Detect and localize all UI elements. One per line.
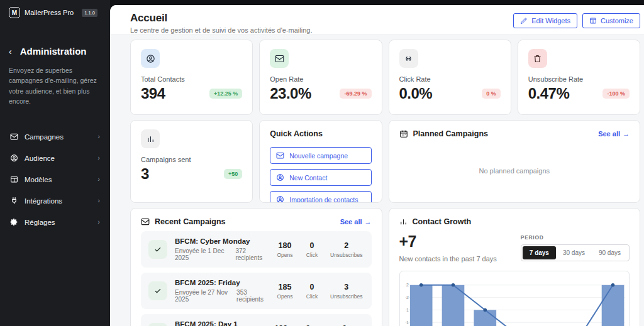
import-contacts-label: Importation de contacts [289,196,358,204]
sidebar-item-audience[interactable]: Audience › [9,149,101,167]
bar-chart-icon [141,129,160,148]
period-label: PERIOD [521,234,630,241]
stat-card-open-rate: Open Rate 23.0% -69.29 % [259,40,382,115]
unsubscribes-value: 2 [330,241,363,250]
sidebar-item-reglages[interactable]: Réglages › [9,213,101,231]
growth-subtitle: New contacts in the past 7 days [399,255,521,263]
chevron-right-icon: › [97,133,100,140]
period-selector-block: PERIOD 7 days 30 days 90 days [521,232,630,261]
stat-label: Open Rate [270,75,371,83]
stat-value: 23.0% [270,85,311,102]
recent-see-all-link[interactable]: See all → [340,218,372,225]
layout-icon [589,17,597,24]
sidebar-header: ‹ Administration [9,37,101,64]
sidebar-item-label: Modèles [25,176,52,183]
new-campaign-label: Nouvelle campagne [289,152,348,160]
sidebar-item-label: Réglages [25,219,55,226]
sidebar-description: Envoyez de superbes campagnes d'e-mailin… [9,64,101,120]
stat-value: 0.0% [399,85,433,102]
clicks-label: Click [303,252,321,258]
campaign-row[interactable]: BFCM 2025: Day 1 Envoyée le 25 Nov 2025 … [141,314,372,326]
period-segmented-control: 7 days 30 days 90 days [521,244,630,261]
stat-card-total-contacts: Total Contacts 394 +12.25 % [130,40,253,115]
trend-badge: +50 [224,169,242,179]
recent-campaigns-card: Recent Campaigns See all → BFCM: Cyber M… [130,208,382,326]
sidebar-item-label: Intégrations [25,197,62,205]
svg-text:2: 2 [406,283,409,287]
new-campaign-button[interactable]: Nouvelle campagne [270,147,371,164]
envelope-icon [141,217,150,226]
layout-icon [10,175,18,183]
edit-widgets-button[interactable]: Edit Widgets [513,13,577,28]
sidebar-title: Administration [20,46,87,57]
user-circle-icon [10,154,18,162]
stat-label: Total Contacts [141,75,242,83]
check-icon [148,323,167,326]
svg-text:2: 2 [406,295,409,300]
planned-see-all-link[interactable]: See all → [598,130,630,138]
pencil-icon [520,17,528,24]
unsubscribes-value: 3 [330,283,363,291]
campaign-name: BFCM 2025: Friday [175,279,269,286]
clicks-value: 0 [303,283,321,291]
chevron-right-icon: › [97,219,100,225]
period-90-days[interactable]: 90 days [592,246,628,259]
planned-campaigns-card: Planned Campaigns See all → No planned c… [389,120,641,203]
arrow-right-icon: → [365,218,372,225]
planned-campaigns-title: Planned Campaigns [413,129,488,138]
admin-sidebar: M MailerPress Pro 1.1.0 ‹ Administration… [0,0,110,326]
chevron-left-icon[interactable]: ‹ [9,47,12,56]
campaign-recipients: 372 recipients [235,247,269,261]
link-icon [399,49,418,68]
main-panel: Accueil Le centre de gestion et de suivi… [110,5,644,326]
quick-actions-title: Quick Actions [270,129,371,138]
trend-badge: -69.29 % [340,89,371,99]
edit-widgets-label: Edit Widgets [531,17,570,24]
opens-label: Opens [276,293,294,300]
stat-label: Unsubscribe Rate [528,75,630,83]
period-30-days[interactable]: 30 days [556,246,592,259]
page-subtitle: Le centre de gestion et de suivi de vos … [130,26,513,34]
trend-badge: -100 % [602,89,630,99]
contact-growth-title: Contact Growth [413,217,472,226]
see-all-label: See all [598,130,620,138]
chevron-right-icon: › [97,176,100,183]
sidebar-item-modeles[interactable]: Modèles › [9,170,101,188]
sidebar-item-label: Campagnes [25,133,64,141]
planned-empty-text: No planned campaigns [479,167,550,175]
stat-card-campaigns-sent: Campaigns sent 3 +50 [130,120,253,203]
new-contact-label: New Contact [289,174,327,182]
opens-value: 185 [276,283,294,291]
gear-icon [10,218,18,226]
clicks-value: 0 [299,324,317,326]
check-icon [148,240,167,259]
import-contacts-button[interactable]: Importation de contacts [270,191,371,203]
campaign-recipients: 353 recipients [236,289,269,303]
campaign-row[interactable]: BFCM 2025: Friday Envoyée le 27 Nov 2025… [141,273,372,309]
version-badge: 1.1.0 [82,9,97,17]
unsubscribes-value: 0 [326,324,363,326]
recent-campaigns-title: Recent Campaigns [155,217,226,226]
growth-chart-container: 2211 [399,271,630,326]
clicks-value: 0 [303,241,321,250]
chevron-right-icon: › [97,197,100,204]
dashboard-content: Total Contacts 394 +12.25 % Open Rate 23… [110,35,644,326]
user-import-icon [276,195,284,203]
growth-value: +7 [399,232,521,251]
unsubscribes-label: Unsubscribes [330,293,363,300]
calendar-icon [399,129,408,138]
svg-text:1: 1 [406,308,409,312]
contact-growth-chart: 2211 [400,273,630,326]
stat-label: Click Rate [399,75,501,83]
logo-row: M MailerPress Pro 1.1.0 [9,6,101,37]
trash-icon [528,49,547,68]
customize-button[interactable]: Customize [582,13,640,28]
sidebar-item-integrations[interactable]: Intégrations › [9,192,101,210]
sidebar-item-campagnes[interactable]: Campagnes › [9,128,101,146]
new-contact-button[interactable]: New Contact [270,169,371,186]
clicks-label: Click [303,293,321,300]
period-7-days[interactable]: 7 days [523,246,556,259]
contact-growth-card: Contact Growth +7 New contacts in the pa… [389,208,641,326]
campaign-name: BFCM 2025: Day 1 [175,320,265,326]
campaign-row[interactable]: BFCM: Cyber Monday Envoyée le 1 Dec 2025… [141,231,372,268]
